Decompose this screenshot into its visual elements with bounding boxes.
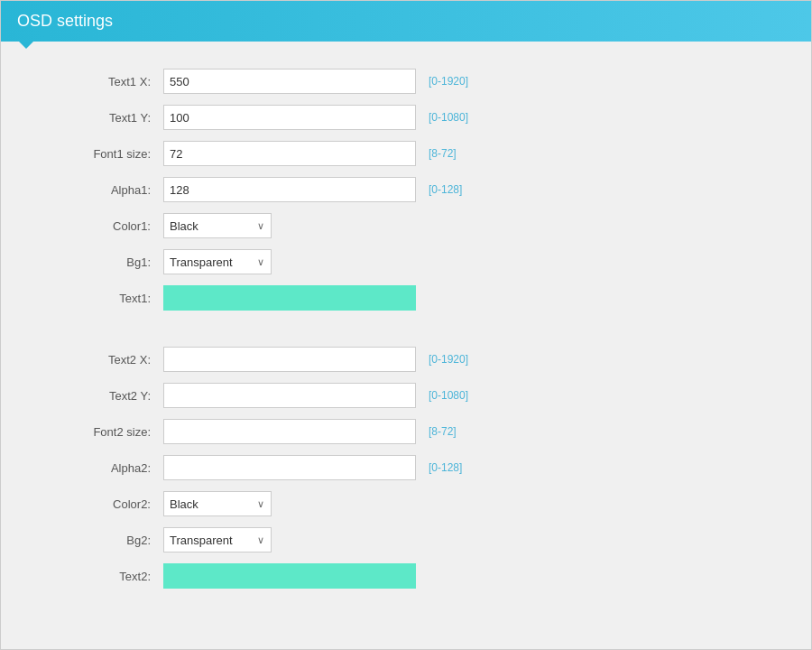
bg1-label: Bg1: bbox=[55, 255, 163, 269]
text1-preview[interactable] bbox=[163, 285, 416, 311]
text2y-hint: [0-1080] bbox=[429, 389, 468, 402]
alpha1-label: Alpha1: bbox=[55, 183, 163, 197]
text1y-input[interactable] bbox=[163, 105, 416, 130]
text2x-input[interactable] bbox=[163, 347, 416, 372]
text2y-input[interactable] bbox=[163, 383, 416, 408]
color2-select[interactable]: Black White Red Green Blue Yellow bbox=[163, 491, 272, 516]
text2y-row: Text2 Y: [0-1080] bbox=[55, 383, 757, 408]
bg2-row: Bg2: Transparent Black White Gray bbox=[55, 527, 757, 552]
color2-select-wrapper: Black White Red Green Blue Yellow bbox=[163, 491, 272, 516]
text2x-label: Text2 X: bbox=[55, 353, 163, 367]
bg2-select-wrapper: Transparent Black White Gray bbox=[163, 527, 272, 552]
alpha2-row: Alpha2: [0-128] bbox=[55, 455, 757, 480]
osd-settings-window: OSD settings Text1 X: [0-1920] Text1 Y: … bbox=[0, 0, 812, 650]
color1-row: Color1: Black White Red Green Blue Yello… bbox=[55, 213, 757, 238]
alpha2-label: Alpha2: bbox=[55, 461, 163, 475]
font1size-row: Font1 size: [8-72] bbox=[55, 141, 757, 166]
alpha1-input[interactable] bbox=[163, 177, 416, 202]
section-divider bbox=[55, 329, 757, 347]
font2size-label: Font2 size: bbox=[55, 425, 163, 439]
color1-select-wrapper: Black White Red Green Blue Yellow bbox=[163, 213, 272, 238]
text2x-hint: [0-1920] bbox=[429, 353, 468, 366]
section1: Text1 X: [0-1920] Text1 Y: [0-1080] Font… bbox=[55, 69, 757, 311]
text1-row: Text1: bbox=[55, 285, 757, 311]
font1size-hint: [8-72] bbox=[429, 147, 457, 160]
text1-label: Text1: bbox=[55, 292, 163, 305]
color1-label: Color1: bbox=[55, 219, 163, 233]
text2-row: Text2: bbox=[55, 563, 757, 589]
alpha1-hint: [0-128] bbox=[429, 183, 462, 196]
text2x-row: Text2 X: [0-1920] bbox=[55, 347, 757, 372]
text2y-label: Text2 Y: bbox=[55, 389, 163, 403]
text1y-label: Text1 Y: bbox=[55, 111, 163, 125]
color2-label: Color2: bbox=[55, 497, 163, 511]
text1x-input[interactable] bbox=[163, 69, 416, 94]
bg2-label: Bg2: bbox=[55, 534, 163, 547]
content-area: Text1 X: [0-1920] Text1 Y: [0-1080] Font… bbox=[1, 42, 811, 634]
font1size-input[interactable] bbox=[163, 141, 416, 166]
text1x-hint: [0-1920] bbox=[429, 75, 468, 88]
alpha2-input[interactable] bbox=[163, 455, 416, 480]
font1size-label: Font1 size: bbox=[55, 147, 163, 161]
page-title: OSD settings bbox=[17, 12, 113, 30]
font2size-row: Font2 size: [8-72] bbox=[55, 419, 757, 444]
alpha1-row: Alpha1: [0-128] bbox=[55, 177, 757, 202]
text1y-row: Text1 Y: [0-1080] bbox=[55, 105, 757, 130]
bg1-select-wrapper: Transparent Black White Gray bbox=[163, 249, 272, 274]
bg1-row: Bg1: Transparent Black White Gray bbox=[55, 249, 757, 274]
bg1-select[interactable]: Transparent Black White Gray bbox=[163, 249, 272, 274]
font2size-input[interactable] bbox=[163, 419, 416, 444]
bg2-select[interactable]: Transparent Black White Gray bbox=[163, 527, 272, 552]
text2-preview[interactable] bbox=[163, 563, 416, 589]
text1x-row: Text1 X: [0-1920] bbox=[55, 69, 757, 94]
font2size-hint: [8-72] bbox=[429, 425, 457, 438]
text1y-hint: [0-1080] bbox=[429, 111, 468, 124]
color2-row: Color2: Black White Red Green Blue Yello… bbox=[55, 491, 757, 516]
color1-select[interactable]: Black White Red Green Blue Yellow bbox=[163, 213, 272, 238]
title-bar: OSD settings bbox=[1, 1, 811, 42]
text1x-label: Text1 X: bbox=[55, 75, 163, 88]
text2-label: Text2: bbox=[55, 570, 163, 583]
alpha2-hint: [0-128] bbox=[429, 461, 462, 474]
section2: Text2 X: [0-1920] Text2 Y: [0-1080] Font… bbox=[55, 347, 757, 589]
